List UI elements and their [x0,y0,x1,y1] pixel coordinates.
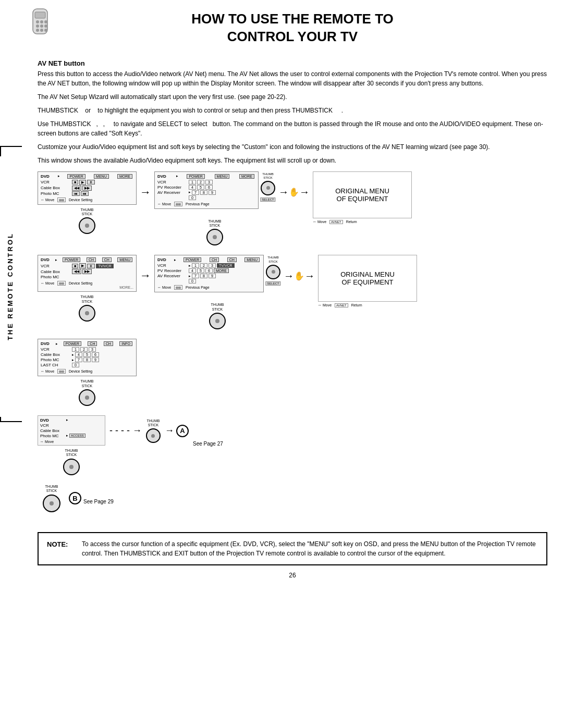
arrow-right-1: → [140,187,151,198]
page-number: 26 [38,572,547,579]
thumbstick-select-2 [266,265,280,279]
note-box: NOTE: To access the cursor function of a… [38,532,547,565]
orig-menu2-line1: ORIGINAL MENU [340,270,395,278]
flow-section-2: DVD ▸ POWER CH CH MENU VCR ■ ▶ ⏸ T [38,255,547,329]
flow-section-4: DVD ▸ VCR Cable Box Photo MC ▸ ACCESS [38,415,547,475]
svg-point-5 [36,24,39,28]
screen1-row4: DVD ▸ VCR Cable Box Photo MC ▸ ACCESS [38,415,105,446]
paragraph5: Customize your Audio/Video equipment lis… [38,142,547,152]
b-label: B [69,492,81,504]
thumbstick-3 [79,305,95,322]
thumbstick-7 [146,428,161,443]
av-net-title: AV NET button [38,59,547,67]
main-content: HOW TO USE THE REMOTE TO CONTROL YOUR TV… [22,0,563,589]
sidebar-border-bottom [0,421,22,422]
orig-menu-line2: OF EQUIPMENT [337,195,388,203]
svg-point-3 [40,20,43,23]
screen2-row2: DVD ▸ POWER CH CH MENU VCR ▸ 1 [154,255,264,292]
orig-menu-line1: ORIGINAL MENU [335,187,389,195]
svg-rect-1 [35,12,45,18]
svg-point-9 [40,29,43,32]
thumbstick-8 [43,495,60,512]
flow-section-3: DVD ▸ POWER CH CH INFO VCR 1 2 3 [38,339,547,406]
thumbstick-2 [206,229,223,245]
thumbstick-5 [79,389,95,406]
sidebar-label: THE REMOTE CONTROL [0,156,20,417]
paragraph4: Use THUMBSTICK , , to navigate and SELEC… [38,119,547,138]
menu-btn[interactable]: MENU [94,174,109,179]
remote-icon [29,8,60,36]
power-btn[interactable]: POWER [67,174,85,179]
page-title: HOW TO USE THE REMOTE TO CONTROL YOUR TV [38,10,547,46]
note-text: To access the cursor function of a speci… [82,539,538,558]
sidebar-border-top [0,146,22,147]
screen2-row1: DVD ▸ POWER MENU MORE VCR 1 2 3 [154,171,259,209]
svg-point-10 [44,29,47,32]
flow-section-5: THUMBSTICK B See Page 29 [38,485,547,512]
a-label: A [176,425,189,437]
svg-point-7 [44,24,47,28]
orig-menu-1: ORIGINAL MENU OF EQUIPMENT [313,171,412,218]
note-label: NOTE: [47,539,76,558]
thumbstick-select-1 [261,181,275,195]
thumbstick-1 [79,217,95,234]
flow-section-1: DVD ▸ POWER MENU MORE VCR ■ ▶ ⏸ [38,171,547,246]
thumbstick-4 [209,313,226,329]
paragraph2: The AV Net Setup Wizard will automatical… [38,92,547,102]
svg-point-2 [36,20,39,23]
see-page-29: See Page 29 [83,499,114,504]
diagrams-section: DVD ▸ POWER MENU MORE VCR ■ ▶ ⏸ [38,169,547,524]
paragraph1: Press this button to access the Audio/Vi… [38,69,547,88]
thumbstick-6 [63,459,80,475]
screen1-row2: DVD ▸ POWER CH CH MENU VCR ■ ▶ ⏸ T [38,255,137,292]
screen1-row1: DVD ▸ POWER MENU MORE VCR ■ ▶ ⏸ [38,171,137,205]
paragraph3: THUMBSTICK or to highlight the equipment… [38,106,547,115]
see-page-27: See Page 27 [193,441,223,447]
svg-point-8 [36,29,39,32]
sidebar-text: THE REMOTE CONTROL [6,232,14,340]
svg-point-4 [44,20,47,23]
paragraph6: This window shows the available Audio/Vi… [38,156,547,165]
orig-menu2-line2: OF EQUIPMENT [342,278,394,286]
av-net-section: AV NET button Press this button to acces… [38,59,547,165]
orig-menu-2: ORIGINAL MENU OF EQUIPMENT [318,255,417,302]
svg-point-6 [40,24,43,28]
screen1-row3: DVD ▸ POWER CH CH INFO VCR 1 2 3 [38,339,137,376]
more-btn[interactable]: MORE [117,174,132,179]
page-header: HOW TO USE THE REMOTE TO CONTROL YOUR TV [38,10,547,51]
